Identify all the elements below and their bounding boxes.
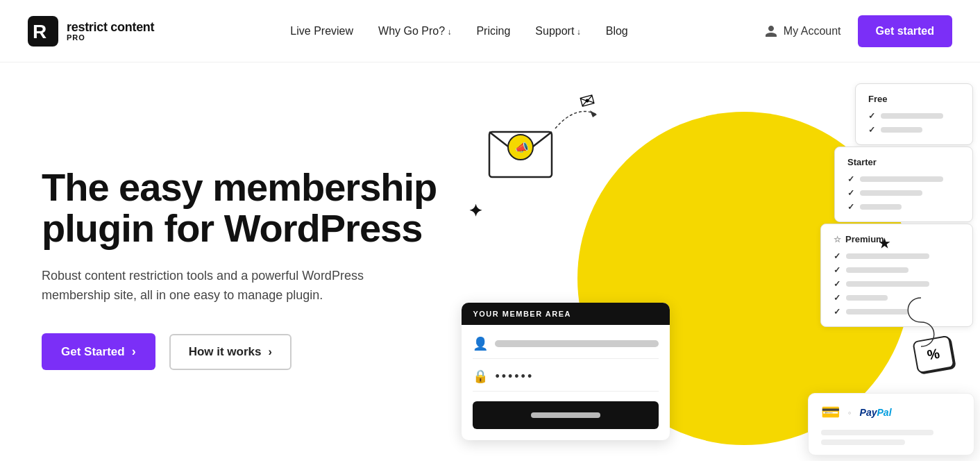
svg-marker-5: [590, 110, 597, 117]
decorative-swirl: [900, 294, 942, 350]
nav-links: Live Preview Why Go Pro? Pricing Support…: [290, 25, 627, 37]
logo-main-text: restrict content: [67, 21, 154, 33]
password-dots: ••••••: [495, 369, 659, 384]
card-premium: ☆ Premium ✓ ✓ ✓ ✓ ✓: [820, 224, 973, 327]
my-account-link[interactable]: My Account: [764, 24, 841, 38]
card-free: Free ✓ ✓: [855, 83, 973, 145]
paypal-logo: PayPal: [860, 407, 892, 418]
star-decoration-2: ★: [879, 236, 890, 251]
nav-item-blog[interactable]: Blog: [606, 25, 628, 37]
hero-title: The easy membership plugin for WordPress: [42, 167, 527, 249]
hero-buttons: Get Started › How it works ›: [42, 333, 527, 370]
card-starter: Starter ✓ ✓ ✓: [834, 146, 973, 222]
lock-icon: 🔒: [473, 369, 488, 384]
card-starter-title: Starter: [847, 157, 960, 167]
card-free-title: Free: [868, 94, 960, 104]
payment-line-2: [821, 439, 905, 445]
navbar: R restrict content PRO Live Preview Why …: [0, 0, 980, 62]
hero-content: The easy membership plugin for WordPress…: [42, 153, 527, 370]
nav-right: My Account Get started: [764, 15, 952, 47]
discount-percent: %: [926, 346, 940, 363]
paper-plane-icon: ✉: [577, 89, 598, 114]
logo-icon: R: [28, 16, 58, 47]
card-premium-title: ☆ Premium: [834, 234, 960, 244]
login-button-label: [531, 412, 600, 418]
nav-item-live-preview[interactable]: Live Preview: [290, 25, 353, 37]
get-started-button[interactable]: Get Started ›: [42, 333, 155, 370]
nav-item-pricing[interactable]: Pricing: [476, 25, 510, 37]
user-icon: [764, 24, 778, 38]
nav-item-support[interactable]: Support: [535, 25, 580, 37]
nav-get-started-button[interactable]: Get started: [858, 15, 952, 47]
nav-item-why-go-pro[interactable]: Why Go Pro?: [378, 25, 451, 37]
svg-text:R: R: [33, 21, 47, 42]
hero-subtitle: Robust content restriction tools and a p…: [42, 266, 416, 306]
payment-details: [821, 430, 961, 445]
my-account-label: My Account: [784, 25, 841, 37]
discount-tag: %: [913, 335, 955, 374]
how-it-works-button[interactable]: How it works ›: [169, 334, 292, 370]
payment-card: 💳 ◦ PayPal: [808, 393, 974, 455]
curved-arrow: [548, 101, 604, 135]
hero-section: The easy membership plugin for WordPress…: [0, 62, 980, 461]
credit-card-icon: 💳: [821, 403, 840, 421]
pricing-cards-container: Free ✓ ✓ Starter ✓ ✓ ✓: [798, 83, 973, 327]
login-button: [473, 401, 659, 429]
logo-pro-badge: PRO: [67, 34, 154, 42]
password-field: 🔒 ••••••: [473, 369, 659, 392]
payment-options: 💳 ◦ PayPal: [821, 403, 961, 421]
payment-line-1: [821, 430, 933, 435]
logo-link[interactable]: R restrict content PRO: [28, 16, 154, 47]
yellow-circle: [577, 112, 911, 445]
arrow-icon-secondary: ›: [269, 346, 272, 358]
arrow-icon: ›: [132, 344, 136, 359]
svg-text:📣: 📣: [515, 141, 529, 154]
